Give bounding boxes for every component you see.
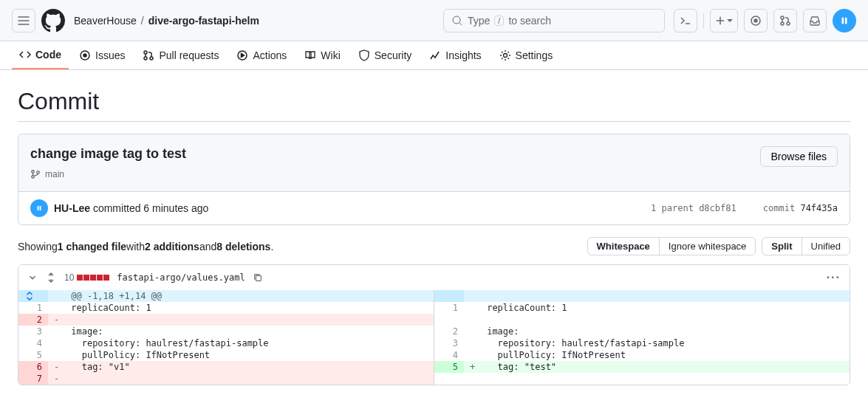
command-palette-button[interactable] bbox=[674, 9, 697, 32]
tab-insights[interactable]: Insights bbox=[422, 41, 488, 69]
line-number-right[interactable]: 2 bbox=[434, 326, 464, 337]
summary-mid1: with bbox=[126, 241, 145, 252]
ignore-whitespace-option[interactable]: Ignore whitespace bbox=[659, 238, 756, 255]
tab-security-label: Security bbox=[375, 49, 412, 61]
diff-row-deletion: 2- bbox=[18, 314, 850, 326]
pull-request-icon bbox=[143, 49, 154, 61]
line-number-right[interactable]: 5 bbox=[434, 361, 464, 373]
unfold-icon bbox=[24, 291, 35, 301]
search-placeholder-post: to search bbox=[508, 15, 551, 27]
code-cell bbox=[65, 314, 434, 326]
play-icon bbox=[236, 49, 248, 61]
svg-point-4 bbox=[781, 22, 784, 25]
line-number-right[interactable]: 1 bbox=[434, 302, 464, 314]
file-path[interactable]: fastapi-argo/values.yaml bbox=[117, 272, 245, 283]
commit-label: commit bbox=[763, 203, 795, 213]
tab-wiki[interactable]: Wiki bbox=[297, 41, 347, 69]
author-name[interactable]: HU-Lee bbox=[54, 202, 90, 214]
line-number-right[interactable]: 3 bbox=[434, 337, 464, 349]
tab-pulls-label: Pull requests bbox=[159, 49, 219, 61]
breadcrumb-repo[interactable]: dive-argo-fastapi-helm bbox=[148, 15, 259, 27]
unified-option[interactable]: Unified bbox=[802, 238, 850, 255]
notifications-button[interactable] bbox=[803, 9, 827, 32]
search-input[interactable]: Type / to search bbox=[443, 9, 665, 32]
inbox-icon bbox=[809, 15, 821, 27]
page-title: Commit bbox=[18, 88, 850, 122]
split-option[interactable]: Split bbox=[762, 238, 801, 255]
svg-point-5 bbox=[787, 22, 790, 25]
pull-requests-button[interactable] bbox=[773, 9, 797, 32]
issue-icon bbox=[750, 15, 762, 27]
tab-security[interactable]: Security bbox=[351, 41, 420, 69]
tab-actions[interactable]: Actions bbox=[229, 41, 294, 69]
search-placeholder-pre: Type bbox=[468, 15, 490, 27]
line-number-left[interactable]: 2 bbox=[18, 314, 48, 326]
tab-code[interactable]: Code bbox=[12, 41, 69, 69]
summary-files: 1 changed file bbox=[58, 241, 126, 252]
line-number-left[interactable]: 1 bbox=[18, 302, 48, 314]
code-cell: repository: haulrest/fastapi-sample bbox=[481, 337, 850, 349]
menu-button[interactable] bbox=[12, 9, 35, 32]
committed-time: committed 6 minutes ago bbox=[90, 202, 208, 214]
line-number-left[interactable]: 3 bbox=[18, 326, 48, 337]
code-cell: replicaCount: 1 bbox=[481, 302, 850, 314]
svg-point-3 bbox=[781, 16, 784, 19]
tab-insights-label: Insights bbox=[445, 49, 481, 61]
pull-request-icon bbox=[779, 15, 791, 27]
code-cell: pullPolicy: IfNotPresent bbox=[481, 349, 850, 361]
breadcrumb-owner[interactable]: BeaverHouse bbox=[74, 15, 137, 27]
line-number-right[interactable]: 4 bbox=[434, 349, 464, 361]
header-actions bbox=[674, 9, 856, 32]
divider bbox=[703, 13, 704, 28]
code-cell: pullPolicy: IfNotPresent bbox=[65, 349, 434, 361]
line-number-left[interactable]: 6 bbox=[18, 361, 48, 373]
repo-tabs: Code Issues Pull requests Actions Wiki S… bbox=[0, 41, 868, 70]
user-avatar[interactable] bbox=[833, 9, 856, 32]
svg-rect-19 bbox=[40, 206, 41, 210]
svg-point-17 bbox=[37, 171, 40, 174]
view-mode-toggle: Split Unified bbox=[762, 237, 850, 255]
tab-settings[interactable]: Settings bbox=[492, 41, 561, 69]
issue-icon bbox=[79, 49, 91, 61]
diff-row: 5 pullPolicy: IfNotPresent 4 pullPolicy:… bbox=[18, 349, 850, 361]
svg-point-11 bbox=[144, 57, 147, 60]
line-number-left[interactable]: 5 bbox=[18, 349, 48, 361]
hunk-header: @@ -1,18 +1,14 @@ bbox=[18, 290, 850, 302]
diffstat-blocks bbox=[77, 275, 109, 281]
code-cell: image: bbox=[65, 326, 434, 337]
tab-issues-label: Issues bbox=[95, 49, 125, 61]
chevron-down-icon[interactable] bbox=[27, 272, 38, 283]
file-menu-button[interactable]: ··· bbox=[827, 271, 841, 284]
shield-icon bbox=[358, 49, 370, 61]
gear-icon bbox=[499, 49, 511, 61]
github-logo[interactable] bbox=[41, 9, 65, 32]
pause-icon bbox=[35, 205, 43, 212]
browse-files-button[interactable]: Browse files bbox=[760, 146, 838, 167]
svg-point-14 bbox=[503, 54, 507, 58]
author-avatar[interactable] bbox=[30, 199, 48, 217]
whitespace-option[interactable]: Whitespace bbox=[588, 238, 659, 255]
svg-point-10 bbox=[144, 51, 147, 54]
tab-code-label: Code bbox=[35, 49, 61, 61]
expand-hunk-button[interactable] bbox=[18, 290, 48, 302]
code-cell-addition: tag: "test" bbox=[481, 361, 850, 373]
line-number-left[interactable]: 4 bbox=[18, 337, 48, 349]
branch-indicator[interactable]: main bbox=[30, 169, 186, 179]
copy-icon[interactable] bbox=[253, 272, 263, 283]
parent-sha[interactable]: d8cbf81 bbox=[699, 203, 737, 213]
repo-breadcrumb: BeaverHouse / dive-argo-fastapi-helm bbox=[74, 15, 259, 27]
tab-issues[interactable]: Issues bbox=[72, 41, 132, 69]
graph-icon bbox=[429, 49, 441, 61]
code-icon bbox=[19, 49, 31, 61]
line-number-left[interactable]: 7 bbox=[18, 373, 48, 385]
breadcrumb-separator: / bbox=[141, 15, 144, 27]
svg-rect-20 bbox=[256, 275, 261, 281]
tab-pulls[interactable]: Pull requests bbox=[135, 41, 226, 69]
tab-wiki-label: Wiki bbox=[321, 49, 340, 61]
expand-icon[interactable] bbox=[45, 272, 57, 283]
chevron-down-icon bbox=[727, 18, 733, 24]
create-new-button[interactable] bbox=[710, 9, 738, 32]
search-icon bbox=[451, 15, 463, 27]
issues-button[interactable] bbox=[744, 9, 768, 32]
whitespace-toggle: Whitespace Ignore whitespace bbox=[587, 237, 756, 255]
